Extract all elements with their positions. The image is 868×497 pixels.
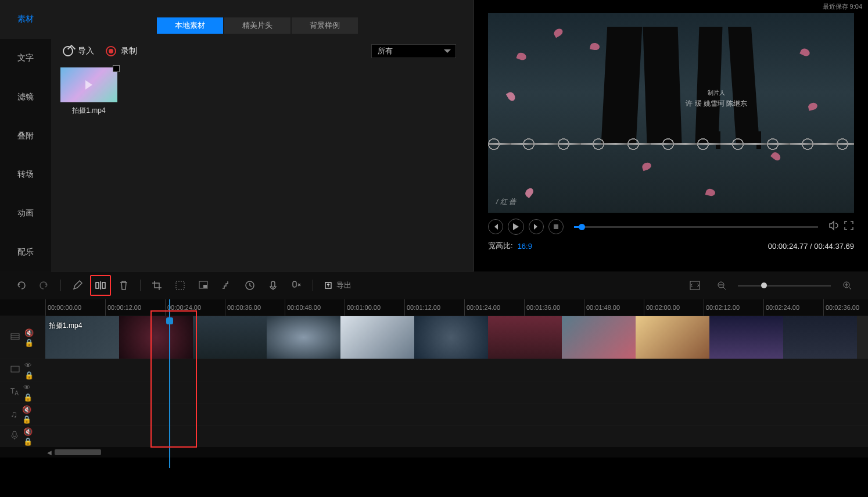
delete-button[interactable] bbox=[113, 275, 134, 296]
video-track-icon bbox=[10, 332, 20, 344]
svg-rect-4 bbox=[176, 281, 184, 289]
voice-track[interactable]: 🔇🔒 bbox=[0, 425, 868, 447]
material-tab-local[interactable]: 本地素材 bbox=[157, 17, 223, 34]
ruler-tick: 00:02:12.00 bbox=[704, 299, 763, 316]
mute-icon[interactable]: 🔇 bbox=[24, 328, 34, 337]
aspect-value[interactable]: 16:9 bbox=[518, 242, 532, 251]
zoom-out-button[interactable] bbox=[711, 275, 732, 296]
ruler-tick: 00:00:36.00 bbox=[225, 299, 285, 316]
redo-button[interactable] bbox=[34, 275, 55, 296]
ruler-tick: 00:00:48.00 bbox=[285, 299, 345, 316]
sidebar-tab-text[interactable]: 文字 bbox=[0, 39, 51, 78]
speed-button[interactable] bbox=[239, 275, 260, 296]
ruler-tick: 00:00:00.00 bbox=[45, 299, 105, 316]
clip-item[interactable]: 拍摄1.mp4 bbox=[60, 67, 117, 116]
h-scrollbar[interactable]: ◀ bbox=[0, 447, 868, 457]
time-info: 00:00:24.77 / 00:44:37.69 bbox=[768, 242, 854, 251]
record-button[interactable]: 录制 bbox=[106, 46, 137, 56]
import-icon bbox=[63, 46, 73, 56]
frame-thumb bbox=[340, 316, 414, 359]
sidebar-tab-music[interactable]: 配乐 bbox=[0, 233, 51, 271]
progress-knob[interactable] bbox=[579, 224, 585, 230]
ruler-tick: 00:01:24.00 bbox=[464, 299, 524, 316]
overlay-track-icon bbox=[10, 364, 20, 376]
undo-button[interactable] bbox=[10, 275, 31, 296]
crop-button[interactable] bbox=[146, 275, 167, 296]
visible-icon[interactable]: 👁 bbox=[24, 361, 34, 370]
svg-rect-18 bbox=[11, 334, 19, 339]
text-track[interactable]: TA 👁🔒 bbox=[0, 381, 868, 403]
visible-icon[interactable]: 👁 bbox=[23, 383, 33, 392]
split-button[interactable] bbox=[90, 275, 111, 296]
fit-button[interactable] bbox=[684, 275, 705, 296]
svg-rect-8 bbox=[271, 281, 275, 287]
lock-icon[interactable]: 🔒 bbox=[23, 393, 33, 402]
sidebar-tab-filter[interactable]: 滤镜 bbox=[0, 77, 51, 116]
sidebar-tab-overlay[interactable]: 叠附 bbox=[0, 116, 51, 155]
pip-button[interactable] bbox=[193, 275, 214, 296]
record-icon bbox=[106, 46, 116, 56]
playhead[interactable] bbox=[169, 299, 170, 468]
filter-select[interactable]: 所有 bbox=[371, 44, 456, 58]
mute-icon[interactable]: 🔇 bbox=[23, 427, 33, 436]
scroll-thumb[interactable] bbox=[55, 449, 101, 455]
frame-thumb bbox=[562, 316, 636, 359]
export-button[interactable]: 导出 bbox=[319, 275, 356, 296]
voice-change-button[interactable] bbox=[286, 275, 307, 296]
ruler-tick: 00:00:24.00 bbox=[165, 299, 225, 316]
material-tab-intro[interactable]: 精美片头 bbox=[224, 17, 290, 34]
sidebar: 素材 文字 滤镜 叠附 转场 动画 配乐 bbox=[0, 0, 51, 271]
voice-button[interactable] bbox=[263, 275, 284, 296]
frame-thumb bbox=[267, 316, 340, 359]
lock-icon[interactable]: 🔒 bbox=[24, 371, 34, 380]
last-save: 最近保存 9:04 bbox=[823, 2, 862, 11]
video-track[interactable]: 🔇 🔒 拍摄1.mp4 bbox=[0, 316, 868, 359]
next-button[interactable] bbox=[529, 219, 544, 234]
frame-thumb bbox=[783, 316, 857, 359]
prev-button[interactable] bbox=[488, 219, 503, 234]
sidebar-tab-animation[interactable]: 动画 bbox=[0, 194, 51, 233]
audio-track[interactable]: ♫ 🔇🔒 bbox=[0, 403, 868, 425]
progress-bar[interactable] bbox=[574, 226, 818, 228]
overlay-track[interactable]: 👁🔒 bbox=[0, 359, 868, 381]
frame-thumb bbox=[488, 316, 562, 359]
timeline-clip-label: 拍摄1.mp4 bbox=[49, 321, 82, 331]
timeline-ruler[interactable]: 00:00:00.0000:00:12.0000:00:24.0000:00:3… bbox=[0, 299, 868, 316]
edit-button[interactable] bbox=[67, 275, 88, 296]
material-tab-bg[interactable]: 背景样例 bbox=[292, 17, 358, 34]
clip-name: 拍摄1.mp4 bbox=[60, 106, 117, 116]
zoom-slider[interactable] bbox=[738, 285, 831, 287]
svg-rect-2 bbox=[102, 283, 105, 288]
preview-video[interactable]: 制片人 许 瑗 姚雪珂 陈继东 / 红 蔷 bbox=[488, 13, 854, 213]
clip-thumbnail bbox=[60, 67, 117, 102]
svg-line-13 bbox=[723, 287, 726, 289]
scroll-left-icon[interactable]: ◀ bbox=[45, 449, 53, 456]
frame-thumb bbox=[414, 316, 488, 359]
svg-rect-21 bbox=[11, 366, 19, 372]
svg-rect-22 bbox=[13, 431, 16, 437]
import-label: 导入 bbox=[78, 46, 94, 56]
svg-rect-10 bbox=[690, 281, 700, 289]
mute-icon[interactable]: 🔇 bbox=[22, 405, 31, 414]
svg-rect-6 bbox=[203, 285, 207, 288]
freeze-button[interactable] bbox=[216, 275, 237, 296]
volume-icon[interactable] bbox=[828, 220, 839, 234]
preview-panel: 最近保存 9:04 制片人 许 瑗 姚雪珂 陈继东 / 红 蔷 bbox=[474, 0, 868, 271]
ruler-tick: 00:01:00.00 bbox=[345, 299, 404, 316]
import-button[interactable]: 导入 bbox=[63, 46, 94, 56]
mosaic-button[interactable] bbox=[170, 275, 191, 296]
lock-icon[interactable]: 🔒 bbox=[24, 338, 34, 347]
ruler-tick: 00:02:24.00 bbox=[763, 299, 823, 316]
zoom-in-button[interactable] bbox=[837, 275, 858, 296]
play-button[interactable] bbox=[508, 219, 524, 235]
lock-icon[interactable]: 🔒 bbox=[23, 437, 33, 446]
aspect-label: 宽高比: bbox=[488, 241, 513, 251]
ruler-tick: 00:01:36.00 bbox=[524, 299, 584, 316]
sidebar-tab-transition[interactable]: 转场 bbox=[0, 155, 51, 194]
stop-button[interactable] bbox=[548, 219, 564, 234]
fullscreen-icon[interactable] bbox=[844, 220, 854, 234]
sidebar-tab-material[interactable]: 素材 bbox=[0, 0, 51, 39]
ruler-tick: 00:00:12.00 bbox=[105, 299, 165, 316]
frame-thumb bbox=[193, 316, 267, 359]
lock-icon[interactable]: 🔒 bbox=[22, 415, 31, 424]
